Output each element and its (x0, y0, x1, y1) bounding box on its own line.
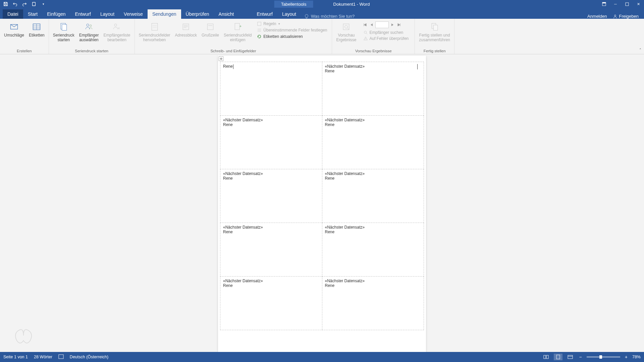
label-name: Rene (325, 176, 421, 181)
adressblock-button[interactable]: Adressblock (173, 20, 199, 39)
insert-mergefield-icon (232, 21, 243, 32)
record-number-input[interactable] (375, 21, 389, 28)
undo-icon[interactable] (11, 0, 19, 8)
label-cell[interactable]: Rene (220, 62, 322, 116)
tell-me-box[interactable]: Was möchten Sie tun? (304, 14, 355, 19)
finish-merge-icon (429, 21, 440, 32)
save-icon[interactable] (2, 0, 9, 8)
next-record-field: «Nächster Datensatz» (325, 279, 421, 283)
statusbar: Seite 1 von 1 28 Wörter Deutsch (Österre… (0, 352, 644, 362)
group-felder: Seriendruckfelder hervorheben Adressbloc… (135, 19, 332, 54)
tab-entwurf[interactable]: Entwurf (70, 9, 96, 19)
empfangerliste-bearbeiten-button[interactable]: Empfängerliste bearbeiten (101, 20, 132, 44)
umschlage-button[interactable]: Umschläge (2, 20, 26, 39)
svg-point-28 (364, 31, 366, 34)
match-fields-icon (257, 28, 262, 33)
zoom-level[interactable]: 78% (632, 355, 641, 359)
etiketten-button[interactable]: Etiketten (27, 20, 47, 39)
svg-rect-17 (152, 27, 156, 28)
share-button[interactable]: Freigeben (613, 14, 639, 19)
svg-point-14 (114, 24, 117, 26)
svg-rect-25 (258, 22, 261, 26)
text-cursor-icon (417, 64, 418, 69)
last-record-icon[interactable] (396, 21, 402, 28)
close-icon[interactable]: ✕ (633, 0, 644, 8)
window-controls: ─ ✕ (598, 0, 644, 8)
tab-context-layout[interactable]: Layout (277, 9, 301, 19)
ribbon-display-options-icon[interactable] (598, 0, 610, 8)
felder-festlegen-button[interactable]: Übereinstimmende Felder festlegen (256, 27, 328, 33)
regeln-button[interactable]: Regeln▾ (256, 21, 328, 27)
table-move-handle-icon[interactable]: ✥ (219, 56, 223, 61)
label-cell[interactable]: «Nächster Datensatz» Rene (322, 116, 424, 169)
fehler-ueberpruefen-button[interactable]: Auf Fehler überprüfen (362, 36, 410, 42)
label-name: Rene (223, 122, 319, 127)
label-cell[interactable]: «Nächster Datensatz» Rene (322, 223, 424, 277)
page[interactable]: ✥ Rene «Nächster Datensatz» Rene «Nächst… (218, 56, 426, 352)
recipients-edit-icon (111, 21, 122, 32)
touch-mode-icon[interactable] (30, 0, 38, 8)
maximize-icon[interactable] (621, 0, 633, 8)
group-label-vorschau: Vorschau Ergebnisse (334, 48, 413, 54)
watermark-logo (10, 324, 37, 349)
web-layout-icon[interactable] (566, 354, 575, 360)
empfanger-auswahlen-button[interactable]: Empfänger auswählen (77, 20, 101, 44)
prev-record-icon[interactable] (369, 21, 375, 28)
ribbon: Umschläge Etiketten Erstellen Seriendruc… (0, 19, 644, 54)
tab-einfuegen[interactable]: Einfügen (42, 9, 70, 19)
label-cell[interactable]: «Nächster Datensatz» Rene (220, 169, 322, 223)
record-nav (362, 21, 410, 28)
tab-sendungen[interactable]: Sendungen (148, 9, 181, 19)
fertig-stellen-button[interactable]: Fertig stellen und zusammenführen (417, 20, 452, 44)
empfanger-suchen-button[interactable]: Empfänger suchen (362, 29, 410, 36)
label-name: Rene (223, 176, 319, 181)
grusszeile-button[interactable]: Grußzeile (200, 20, 221, 39)
tab-context-entwurf[interactable]: Entwurf (252, 9, 277, 19)
tab-layout[interactable]: Layout (96, 9, 119, 19)
collapse-ribbon-icon[interactable]: ˄ (639, 48, 641, 53)
zoom-slider[interactable] (587, 356, 620, 358)
next-record-field: «Nächster Datensatz» (223, 171, 319, 176)
tab-start[interactable]: Start (23, 9, 43, 19)
labels-icon (31, 21, 42, 32)
redo-icon[interactable] (21, 0, 28, 8)
tab-verweise[interactable]: Verweise (119, 9, 148, 19)
label-cell[interactable]: «Nächster Datensatz» Rene (220, 223, 322, 277)
svg-point-27 (345, 25, 348, 28)
customize-qat-icon[interactable]: ▾ (40, 0, 47, 8)
spellcheck-icon[interactable] (58, 354, 64, 360)
print-layout-icon[interactable] (554, 354, 562, 360)
first-record-icon[interactable] (362, 21, 368, 28)
label-name: Rene (223, 230, 319, 234)
word-count[interactable]: 28 Wörter (34, 355, 52, 359)
zoom-in-icon[interactable]: + (624, 354, 629, 360)
label-cell[interactable]: «Nächster Datensatz» Rene (322, 169, 424, 223)
label-cell[interactable]: «Nächster Datensatz» Rene (220, 116, 322, 169)
zoom-slider-thumb[interactable] (599, 355, 602, 359)
label-cell[interactable]: «Nächster Datensatz» Rene (220, 277, 322, 330)
read-mode-icon[interactable] (542, 354, 550, 360)
minimize-icon[interactable]: ─ (610, 0, 621, 8)
etiketten-aktualisieren-button[interactable]: Etiketten aktualisieren (256, 34, 328, 40)
tab-ansicht[interactable]: Ansicht (214, 9, 239, 19)
document-title: Dokument1 - Word (333, 2, 370, 7)
label-cell[interactable]: «Nächster Datensatz» Rene (322, 62, 424, 116)
sign-in-link[interactable]: Anmelden (587, 14, 607, 19)
next-record-icon[interactable] (389, 21, 395, 28)
seriendruck-starten-button[interactable]: Seriendruck starten (51, 20, 76, 44)
hervorheben-button[interactable]: Seriendruckfelder hervorheben (137, 20, 172, 44)
language-indicator[interactable]: Deutsch (Österreich) (70, 355, 108, 359)
next-record-field: «Nächster Datensatz» (325, 171, 421, 176)
group-seriendruck-starten: Seriendruck starten Empfänger auswählen … (49, 19, 135, 54)
svg-point-4 (614, 15, 616, 16)
next-record-field: «Nächster Datensatz» (223, 118, 319, 122)
tab-ueberpruefen[interactable]: Überprüfen (181, 9, 214, 19)
zoom-out-icon[interactable]: − (578, 354, 583, 360)
label-cell[interactable]: «Nächster Datensatz» Rene (322, 277, 424, 330)
vorschau-ergebnisse-button[interactable]: Vorschau Ergebnisse (334, 20, 358, 44)
next-record-field: «Nächster Datensatz» (325, 118, 421, 122)
tab-file[interactable]: Datei (3, 9, 23, 19)
page-indicator[interactable]: Seite 1 von 1 (3, 355, 28, 359)
labels-table: Rene «Nächster Datensatz» Rene «Nächster… (220, 62, 424, 330)
seriendruckfeld-einfuegen-button[interactable]: Seriendruckfeld einfügen (222, 20, 254, 44)
